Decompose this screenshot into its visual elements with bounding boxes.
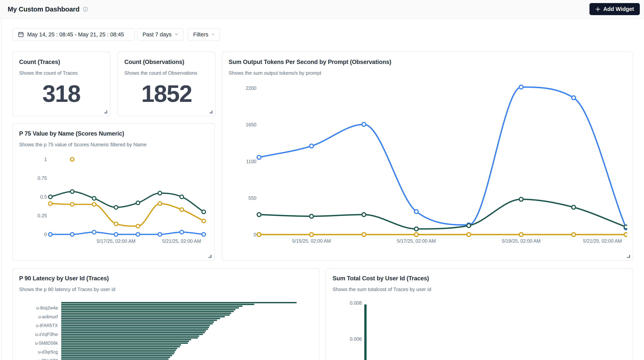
- widget-subtitle: Shows the sum output tokens/s by prompt: [229, 70, 626, 76]
- svg-text:0.25: 0.25: [38, 213, 47, 218]
- count-value: 318: [19, 82, 104, 106]
- svg-text:5/15/25, 02:00 AM: 5/15/25, 02:00 AM: [292, 238, 331, 244]
- svg-text:0.008: 0.008: [350, 300, 362, 306]
- widget-title: Count (Observations): [124, 59, 209, 66]
- widget-card-count-observations: Count (Observations) Shows the count of …: [118, 52, 216, 116]
- chevron-down-icon: [175, 33, 178, 36]
- page-header: My Custom Dashboard Add Widget: [0, 0, 644, 19]
- widget-card-p75-scores: P 75 Value by Name (Scores Numeric) Show…: [12, 123, 215, 261]
- widget-title: P 90 Latency by User Id (Traces): [19, 275, 313, 282]
- svg-text:u-tFAR5TX: u-tFAR5TX: [36, 323, 58, 328]
- svg-text:5/21/25, 02:00 AM: 5/21/25, 02:00 AM: [583, 238, 622, 244]
- chevron-down-icon: [212, 33, 215, 36]
- svg-text:550: 550: [248, 195, 256, 201]
- widget-subtitle: Shows the count of Observations: [124, 70, 209, 76]
- svg-text:u-8fVa9T3: u-8fVa9T3: [38, 358, 58, 360]
- date-preset-dropdown[interactable]: Past 7 days: [137, 28, 184, 41]
- widget-card-count-traces: Count (Traces) Shows the count of Traces…: [12, 52, 110, 116]
- filters-dropdown[interactable]: Filters: [188, 28, 220, 41]
- widget-title: Sum Output Tokens Per Second by Prompt (…: [229, 59, 626, 66]
- svg-text:5/19/25, 02:00 AM: 5/19/25, 02:00 AM: [502, 238, 541, 244]
- widget-subtitle: Shows the p 90 latency of Traces by user…: [19, 286, 313, 292]
- widget-card-p90-latency: P 90 Latency by User Id (Traces) Shows t…: [12, 268, 320, 360]
- svg-text:0: 0: [44, 232, 47, 237]
- svg-text:u-aobnuxf: u-aobnuxf: [38, 314, 58, 319]
- svg-text:u-5M8D56k: u-5M8D56k: [35, 341, 58, 346]
- widget-subtitle: Shows the p 75 value of Scores Numeric f…: [19, 142, 208, 148]
- add-widget-label: Add Widget: [603, 6, 634, 12]
- widget-title: Count (Traces): [19, 59, 104, 66]
- tokens-line-chart: 05501100165022005/15/25, 02:00 AM5/17/25…: [229, 78, 627, 251]
- p90-horizontal-bar-chart: u-8sq2w4au-aobnuxfu-tFAR5TXu-zVqP3hwu-5M…: [19, 293, 314, 360]
- p75-line-chart: 00.250.50.7515/17/25, 02:00 AM5/21/25, 0…: [19, 149, 208, 253]
- resize-handle-icon[interactable]: [104, 110, 108, 114]
- date-range-button[interactable]: May 14, 25 : 08:45 - May 21, 25 : 08:45: [12, 28, 135, 41]
- svg-text:0.75: 0.75: [38, 175, 47, 181]
- svg-text:u-d3qr5cg: u-d3qr5cg: [38, 349, 58, 354]
- svg-text:1100: 1100: [246, 159, 256, 164]
- svg-text:u-zVqP3hw: u-zVqP3hw: [35, 332, 58, 337]
- date-preset-label: Past 7 days: [142, 32, 172, 38]
- cost-bar-chart: 0.0080.006: [332, 293, 627, 360]
- svg-text:0.006: 0.006: [350, 336, 362, 342]
- widget-title: Sum Total Cost by User Id (Traces): [332, 275, 626, 282]
- svg-text:0.5: 0.5: [40, 194, 47, 200]
- svg-text:0: 0: [254, 232, 256, 237]
- svg-text:2200: 2200: [246, 85, 256, 91]
- calendar-icon: [18, 31, 24, 38]
- resize-handle-icon[interactable]: [626, 254, 630, 258]
- count-value: 1852: [124, 82, 209, 106]
- svg-text:1650: 1650: [246, 122, 256, 127]
- svg-text:1: 1: [44, 157, 47, 162]
- date-range-label: May 14, 25 : 08:45 - May 21, 25 : 08:45: [27, 32, 124, 38]
- svg-text:5/17/25, 02:00 AM: 5/17/25, 02:00 AM: [397, 238, 436, 244]
- widget-subtitle: Shows the count of Traces: [19, 70, 104, 76]
- widget-subtitle: Shows the sum totalcost of Traces by use…: [332, 286, 626, 292]
- svg-text:5/21/25, 02:00 AM: 5/21/25, 02:00 AM: [162, 238, 201, 244]
- resize-handle-icon[interactable]: [208, 254, 212, 258]
- widget-card-tokens-per-second: Sum Output Tokens Per Second by Prompt (…: [222, 52, 633, 261]
- svg-text:u-8sq2w4a: u-8sq2w4a: [36, 305, 58, 310]
- content-left-divider: [1, 19, 2, 360]
- svg-text:5/17/25, 02:00 AM: 5/17/25, 02:00 AM: [96, 238, 136, 244]
- resize-handle-icon[interactable]: [209, 110, 213, 114]
- filters-label: Filters: [193, 32, 208, 38]
- page-title: My Custom Dashboard: [8, 5, 80, 13]
- add-widget-button[interactable]: Add Widget: [590, 3, 640, 15]
- widget-card-total-cost: Sum Total Cost by User Id (Traces) Shows…: [326, 268, 633, 360]
- info-icon: [82, 6, 88, 12]
- widget-title: P 75 Value by Name (Scores Numeric): [19, 130, 208, 137]
- plus-icon: [595, 7, 600, 12]
